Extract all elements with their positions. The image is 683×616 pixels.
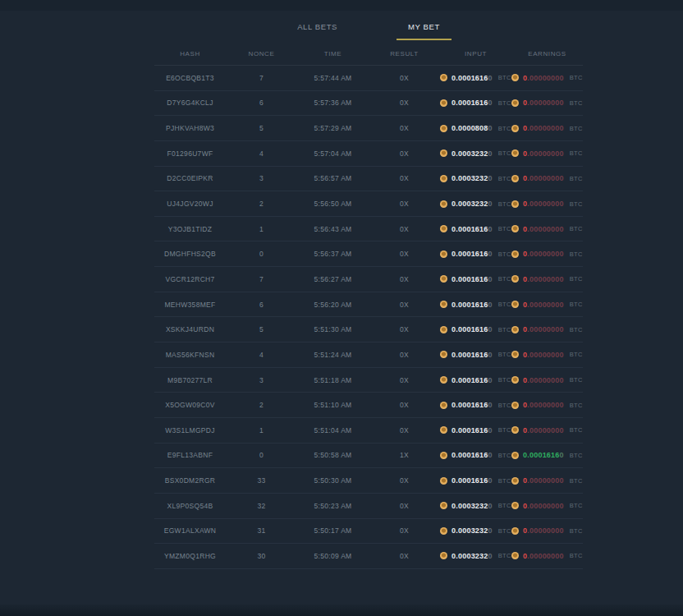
bet-time: 5:51:24 AM [297,351,369,359]
btc-label: BTC [498,351,511,358]
bet-earnings: 0.00000000 BTC [511,376,583,384]
coin-icon [440,99,447,107]
btc-label: BTC [570,477,583,485]
coin-icon [440,200,447,208]
table-row[interactable]: XL9P0SQ54B 32 5:50:23 AM 0x 0.00032320 B… [154,494,583,519]
btc-label: BTC [498,74,511,81]
bet-hash: EGW1ALXAWN [154,526,226,535]
bet-input: 0.00016160 BTC [440,74,511,82]
earnings-amount: 0.00000000 [523,426,564,434]
btc-label: BTC [498,502,511,509]
input-amount: 0.00032320 [452,174,493,182]
bet-time: 5:50:17 AM [297,526,369,535]
table-row[interactable]: Y3OJB1TIDZ 1 5:56:43 AM 0x 0.00016160 BT… [154,217,583,242]
bet-time: 5:56:50 AM [297,200,369,208]
table-row[interactable]: MAS56KFNSN 4 5:51:24 AM 0x 0.00016160 BT… [154,342,583,368]
bet-hash: XL9P0SQ54B [154,502,226,510]
bet-result: 0x [369,200,440,208]
bet-nonce: 6 [226,301,297,309]
bet-input: 0.00016160 BTC [440,325,511,333]
input-amount: 0.00032320 [452,526,493,535]
btc-label: BTC [570,251,583,258]
earnings-amount: 0.00000000 [523,124,564,132]
bet-nonce: 3 [226,376,297,384]
btc-label: BTC [498,175,511,182]
bet-earnings: 0.00000000 BTC [511,351,583,359]
btc-label: BTC [570,99,583,107]
bet-earnings: 0.00000000 BTC [511,250,583,258]
earnings-amount: 0.00000000 [523,325,564,333]
table-row[interactable]: XSKKJ4URDN 5 5:51:30 AM 0x 0.00016160 BT… [154,317,583,342]
btc-label: BTC [570,426,583,434]
btc-label: BTC [498,200,511,208]
earnings-amount: 0.00000000 [523,301,564,309]
coin-icon [511,149,519,157]
table-row[interactable]: EGW1ALXAWN 31 5:50:17 AM 0x 0.00032320 B… [154,519,583,545]
bet-time: 5:51:18 AM [297,376,369,384]
table-row[interactable]: PJHKVAH8W3 5 5:57:29 AM 0x 0.00008080 BT… [154,116,583,141]
column-header-time: TIME [297,50,369,57]
bet-nonce: 0 [226,451,297,459]
bet-time: 5:56:43 AM [297,225,369,233]
coin-icon [511,552,519,559]
table-row[interactable]: UJ4JGV20WJ 2 5:56:50 AM 0x 0.00032320 BT… [154,191,583,217]
table-row[interactable]: M9B70277LR 3 5:51:18 AM 0x 0.00016160 BT… [154,368,583,393]
input-amount: 0.00016160 [452,99,493,107]
btc-label: BTC [570,275,583,283]
page: ALL BETS MY BET HASH NONCE TIME RESULT I… [0,0,683,616]
earnings-amount: 0.00000000 [523,275,564,283]
table-row[interactable]: DMGHFHS2QB 0 5:56:37 AM 0x 0.00016160 BT… [154,241,583,267]
bet-result: 0x [369,376,440,384]
coin-icon [511,477,519,485]
bet-nonce: 2 [226,401,297,409]
bet-hash: MAS56KFNSN [154,351,226,359]
bet-earnings: 0.00000000 BTC [511,426,583,434]
table-row[interactable]: E9FL13ABNF 0 5:50:58 AM 1x 0.00016160 BT… [154,444,583,469]
coin-icon [440,74,447,81]
bets-tabs: ALL BETS MY BET [154,22,583,40]
bet-hash: M9B70277LR [154,376,226,384]
table-row[interactable]: D7Y6G4KCLJ 6 5:57:36 AM 0x 0.00016160 BT… [154,91,583,117]
earnings-amount: 0.00000000 [523,476,564,485]
bet-hash: DMGHFHS2QB [154,250,226,258]
btc-label: BTC [570,74,583,81]
btc-label: BTC [498,99,511,107]
table-row[interactable]: MEHW358MEF 6 5:56:20 AM 0x 0.00016160 BT… [154,292,583,318]
input-amount: 0.00016160 [452,476,493,485]
bet-nonce: 3 [226,174,297,182]
table-row[interactable]: X5OGW09C0V 2 5:51:10 AM 0x 0.00016160 BT… [154,393,583,418]
table-row[interactable]: BSX0DM2RGR 33 5:50:30 AM 0x 0.00016160 B… [154,468,583,494]
btc-label: BTC [498,552,511,559]
bet-earnings: 0.00000000 BTC [511,124,583,132]
table-row[interactable]: D2CC0EIPKR 3 5:56:57 AM 0x 0.00032320 BT… [154,167,583,192]
bet-hash: XSKKJ4URDN [154,325,226,333]
tab-all-bets[interactable]: ALL BETS [286,22,349,40]
table-header: HASH NONCE TIME RESULT INPUT EARNINGS [154,42,583,66]
btc-label: BTC [498,125,511,132]
bet-time: 5:56:27 AM [297,275,369,283]
coin-icon [511,502,519,509]
bet-earnings: 0.00000000 BTC [511,301,583,309]
input-amount: 0.00016160 [452,451,493,459]
table-row[interactable]: YMZM0Q1RHG 30 5:50:09 AM 0x 0.00032320 B… [154,544,583,569]
table-row[interactable]: W3S1LMGPDJ 1 5:51:04 AM 0x 0.00016160 BT… [154,418,583,444]
table-row[interactable]: VGCR12RCH7 7 5:56:27 AM 0x 0.00016160 BT… [154,267,583,292]
coin-icon [440,376,447,384]
btc-label: BTC [498,326,511,333]
table-row[interactable]: E6OCBQB1T3 7 5:57:44 AM 0x 0.00016160 BT… [154,66,583,91]
btc-label: BTC [570,452,583,459]
coin-icon [511,200,519,208]
input-amount: 0.00016160 [452,351,493,359]
table-row[interactable]: F01296U7WF 4 5:57:04 AM 0x 0.00032320 BT… [154,141,583,167]
bet-nonce: 4 [226,149,297,158]
bet-nonce: 30 [226,552,297,560]
earnings-amount: 0.00000000 [523,376,564,384]
coin-icon [440,326,447,333]
tab-my-bet[interactable]: MY BET [397,22,452,40]
btc-label: BTC [570,402,583,409]
bet-result: 0x [369,149,440,158]
input-amount: 0.00016160 [452,401,493,409]
input-amount: 0.00016160 [452,301,493,309]
coin-icon [440,502,447,509]
bet-nonce: 7 [226,275,297,283]
